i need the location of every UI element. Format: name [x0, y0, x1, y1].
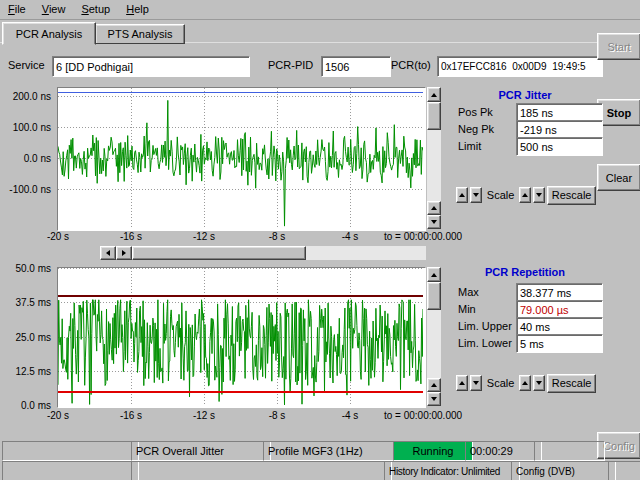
- start-button-label: Start: [607, 41, 630, 53]
- x-tick-label: -16 s: [120, 231, 142, 242]
- start-button[interactable]: Start: [597, 33, 640, 60]
- menu-view[interactable]: View: [34, 0, 74, 18]
- scrollbar-track[interactable]: [306, 246, 426, 260]
- rescale-button-label: Rescale: [552, 377, 592, 389]
- neg-pk-label: Neg Pk: [458, 123, 494, 135]
- scale-spin-up-button[interactable]: [456, 375, 468, 391]
- jitter-y-axis-labels: 200.0 ns100.0 ns0.0 ns-100.0 ns: [0, 88, 54, 228]
- scale-spin-down-button[interactable]: [470, 375, 482, 391]
- right-arrow-icon: [122, 250, 126, 256]
- scrollbar-thumb[interactable]: [132, 246, 306, 260]
- jitter-limit-field[interactable]: 500 ns: [516, 137, 603, 156]
- jitter-vertical-scrollbar[interactable]: [427, 87, 441, 229]
- up-arrow-icon: [459, 193, 465, 197]
- lim-lower-label: Lim. Lower: [458, 337, 512, 349]
- scrollbar-thumb[interactable]: [427, 102, 441, 130]
- jitter-scale-controls: Scale Rescale: [456, 186, 596, 204]
- scale-spin-up-button[interactable]: [519, 375, 531, 391]
- scale-spin-down-button[interactable]: [470, 187, 482, 203]
- min-label: Min: [458, 303, 476, 315]
- x-tick-label: -12 s: [193, 231, 215, 242]
- zoom-in-button[interactable]: [427, 378, 441, 392]
- jitter-limit-value: 500 ns: [520, 141, 553, 153]
- pos-pk-value: 185 ns: [520, 107, 553, 119]
- zoom-out-button[interactable]: [427, 215, 441, 229]
- stop-button-label: Stop: [607, 107, 631, 119]
- jitter-chart-svg: [58, 88, 423, 228]
- scale-label: Scale: [487, 189, 515, 201]
- elapsed-time-text: 00:00:29: [470, 445, 513, 457]
- zoom-in-button[interactable]: [427, 201, 441, 215]
- y-tick-label: 100.0 ns: [13, 122, 51, 133]
- scale-spin-up-button[interactable]: [456, 187, 468, 203]
- menu-setup[interactable]: Setup: [73, 0, 118, 18]
- scale-spin-up-button[interactable]: [519, 187, 531, 203]
- up-arrow-icon: [431, 206, 437, 210]
- repetition-rescale-button[interactable]: Rescale: [547, 374, 596, 393]
- status-cell-empty: [534, 441, 605, 461]
- up-arrow-icon: [522, 193, 528, 197]
- jitter-plot-area: [57, 87, 426, 231]
- jitter-rescale-button[interactable]: Rescale: [547, 186, 596, 205]
- repetition-x-axis-labels: -20 s-16 s-12 s-8 s-4 sto = 00:00:00.000: [58, 410, 468, 422]
- down-arrow-icon: [536, 193, 542, 197]
- clear-button-label: Clear: [606, 172, 632, 184]
- scale-label: Scale: [487, 377, 515, 389]
- scrollbar-thumb[interactable]: [427, 282, 441, 310]
- scrollbar-track[interactable]: [427, 130, 441, 201]
- y-tick-label: -100.0 ns: [9, 184, 51, 195]
- scrollbar-track[interactable]: [427, 310, 441, 378]
- repetition-y-axis-labels: 50.0 ms37.5 ms25.0 ms12.5 ms0.0 ms: [0, 268, 54, 405]
- left-arrow-icon: [106, 250, 110, 256]
- x-axis-to-label: to = 00:00:00.000: [384, 231, 462, 242]
- service-label: Service: [8, 59, 45, 71]
- lim-upper-label: Lim. Upper: [458, 320, 512, 332]
- tab-pcr-analysis[interactable]: PCR Analysis: [2, 22, 96, 45]
- menu-file[interactable]: File: [0, 0, 34, 18]
- y-tick-label: 0.0 ns: [24, 153, 51, 164]
- jitter-trace: [58, 100, 423, 226]
- down-arrow-icon: [473, 381, 479, 385]
- scroll-right-button[interactable]: [116, 246, 132, 260]
- pcr-pid-value: 1506: [325, 61, 349, 73]
- menu-help[interactable]: Help: [118, 0, 157, 18]
- run-state-text: Running: [413, 445, 454, 457]
- tab-pts-analysis[interactable]: PTS Analysis: [95, 24, 185, 44]
- x-tick-label: -8 s: [269, 231, 286, 242]
- clear-button[interactable]: Clear: [597, 164, 640, 191]
- up-arrow-icon: [459, 381, 465, 385]
- zoom-out-button[interactable]: [427, 392, 441, 406]
- service-field[interactable]: 6 [DD Podhigai]: [52, 56, 250, 77]
- pcr-pid-field: 1506: [321, 56, 391, 77]
- repetition-panel-title: PCR Repetition: [455, 266, 595, 278]
- neg-pk-value: -219 ns: [520, 124, 557, 136]
- status-cell-empty: [608, 461, 640, 480]
- jitter-horizontal-scrollbar[interactable]: [100, 246, 426, 260]
- scale-spin-down-button[interactable]: [533, 187, 545, 203]
- scale-spin-down-button[interactable]: [533, 375, 545, 391]
- scroll-up-button[interactable]: [427, 87, 441, 102]
- y-tick-label: 200.0 ns: [13, 91, 51, 102]
- pos-pk-label: Pos Pk: [458, 106, 493, 118]
- service-value: 6 [DD Podhigai]: [56, 61, 133, 73]
- x-tick-label: -12 s: [193, 410, 215, 421]
- status-elapsed-time: 00:00:29: [465, 441, 542, 461]
- scroll-left-button[interactable]: [100, 246, 116, 260]
- status-running: Running: [393, 441, 473, 461]
- up-arrow-icon: [431, 383, 437, 387]
- stop-button[interactable]: Stop: [597, 99, 640, 126]
- y-tick-label: 25.0 ms: [15, 332, 51, 343]
- pcr-to-value: 0x17EFCC816 0x00D9 19:49:5: [441, 61, 586, 72]
- y-tick-label: 37.5 ms: [15, 297, 51, 308]
- repetition-plot-area: [57, 267, 426, 408]
- repetition-vertical-scrollbar[interactable]: [427, 267, 441, 406]
- status-measurement: PCR Overall Jitter: [131, 441, 271, 461]
- up-arrow-icon: [431, 93, 437, 97]
- scroll-up-button[interactable]: [427, 267, 441, 282]
- rescale-button-label: Rescale: [552, 189, 592, 201]
- status-text: PCR Overall Jitter: [136, 445, 224, 457]
- y-tick-label: 12.5 ms: [15, 366, 51, 377]
- up-arrow-icon: [431, 273, 437, 277]
- lim-upper-value: 40 ms: [520, 321, 550, 333]
- lim-lower-field[interactable]: 5 ms: [516, 334, 603, 353]
